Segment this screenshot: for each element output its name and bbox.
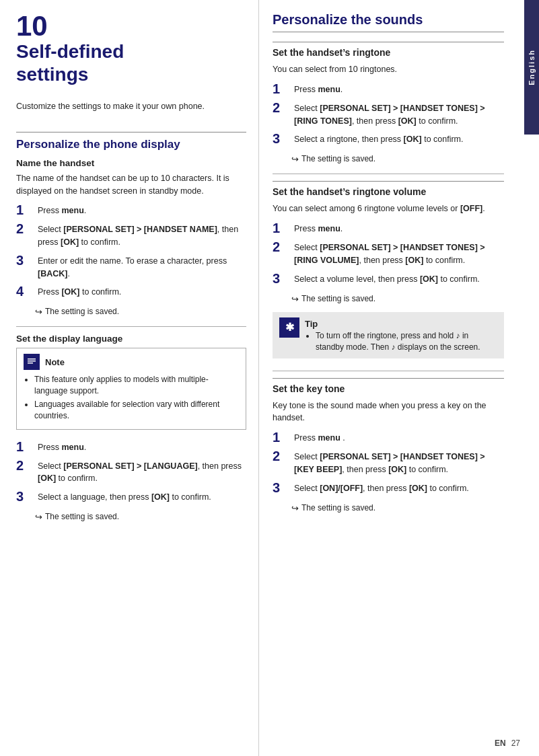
tip-bullets: To turn off the ringtone, press and hold… (305, 330, 497, 353)
right-main-heading: Personalize the sounds (273, 12, 504, 32)
display-language-steps: 1 Press menu. 2 Select [PERSONAL SET] > … (16, 439, 246, 504)
note-box: Note This feature only applies to models… (16, 348, 246, 429)
svg-rect-1 (28, 361, 36, 362)
note-bullet: This feature only applies to models with… (34, 374, 239, 397)
left-column: 10 Self-defined settings Customize the s… (0, 0, 259, 756)
sidebar-language-label: English (524, 0, 539, 135)
step-item: 1 Press menu. (273, 81, 504, 96)
tip-box: ✱ Tip To turn off the ringtone, press an… (273, 312, 504, 358)
footer-lang: EN (495, 739, 506, 748)
divider3 (273, 371, 504, 371)
divider2 (273, 174, 504, 174)
display-language-result: The setting is saved. (35, 512, 246, 522)
name-handset-body: The name of the handset can be up to 10 … (16, 172, 246, 198)
note-svg (27, 357, 36, 367)
step-item: 1 Press menu. (273, 221, 504, 235)
step-item: 2 Select [PERSONAL SET] > [LANGUAGE], th… (16, 458, 246, 486)
svg-rect-2 (28, 363, 33, 364)
step-item: 3 Select a language, then press [OK] to … (16, 489, 246, 504)
page-footer: EN 27 (495, 739, 520, 748)
tip-icon: ✱ (279, 317, 299, 338)
intro-text: Customize the settings to make it your o… (16, 100, 246, 113)
footer-page: 27 (511, 739, 520, 748)
step-item: 1 Press menu. (16, 202, 246, 217)
ringtone-volume-body: You can select among 6 ringtone volume l… (273, 202, 504, 215)
ringtone-volume-steps: 1 Press menu. 2 Select [PERSONAL SET] > … (273, 221, 504, 286)
name-handset-steps: 1 Press menu. 2 Select [PERSONAL SET] > … (16, 202, 246, 299)
tip-content: Tip To turn off the ringtone, press and … (305, 317, 497, 353)
step-item: 2 Select [PERSONAL SET] > [HANDSET TONES… (273, 100, 504, 128)
key-tone-body: Key tone is the sound made when you pres… (273, 400, 504, 425)
note-bullet: Languages available for selection vary w… (34, 399, 239, 422)
ringtone-volume-result: The setting is saved. (291, 294, 504, 304)
step-item: 1 Press menu. (16, 439, 246, 454)
note-label: Note (45, 356, 65, 369)
step-item: 3 Enter or edit the name. To erase a cha… (16, 253, 246, 280)
ringtone-result: The setting is saved. (291, 154, 504, 164)
subsection-ringtone: Set the handset’s ringtone (273, 42, 504, 58)
subsection-key-tone: Set the key tone (273, 378, 504, 394)
tip-bullet: To turn off the ringtone, press and hold… (316, 330, 497, 353)
step-item: 3 Select [ON]/[OFF], then press [OK] to … (273, 480, 504, 495)
tip-label: Tip (305, 317, 497, 331)
key-tone-steps: 1 Press menu . 2 Select [PERSONAL SET] >… (273, 430, 504, 495)
step-item: 3 Select a volume level, then press [OK]… (273, 271, 504, 286)
right-column: Personalize the sounds Set the handset’s… (259, 0, 524, 756)
step-item: 4 Press [OK] to confirm. (16, 284, 246, 299)
chapter-title: Self-defined settings (16, 40, 246, 85)
key-tone-result: The setting is saved. (291, 503, 504, 513)
subsection-ringtone-volume: Set the handset’s ringtone volume (273, 181, 504, 197)
sidebar-lang-text: English (528, 49, 536, 85)
subsection-name-handset: Name the handset (16, 158, 246, 168)
ringtone-steps: 1 Press menu. 2 Select [PERSONAL SET] > … (273, 81, 504, 147)
step-item: 1 Press menu . (273, 430, 504, 445)
section-personalize-display: Personalize the phone display (16, 132, 246, 151)
ringtone-body: You can select from 10 ringtones. (273, 63, 504, 76)
step-item: 3 Select a ringtone, then press [OK] to … (273, 131, 504, 146)
tip-star-symbol: ✱ (285, 319, 294, 336)
note-icon (24, 354, 40, 370)
chapter-num: 10 (16, 12, 246, 40)
step-item: 2 Select [PERSONAL SET] > [HANDSET TONES… (273, 239, 504, 267)
step-item: 2 Select [PERSONAL SET] > [HANDSET TONES… (273, 449, 504, 476)
svg-rect-0 (28, 358, 36, 360)
page-container: 10 Self-defined settings Customize the s… (0, 0, 539, 756)
note-bullets: This feature only applies to models with… (24, 374, 239, 421)
step-item: 2 Select [PERSONAL SET] > [HANDSET NAME]… (16, 221, 246, 249)
divider (16, 326, 246, 327)
subsection-display-language: Set the display language (16, 334, 246, 344)
name-handset-result: The setting is saved. (35, 307, 246, 317)
note-header: Note (24, 354, 239, 370)
